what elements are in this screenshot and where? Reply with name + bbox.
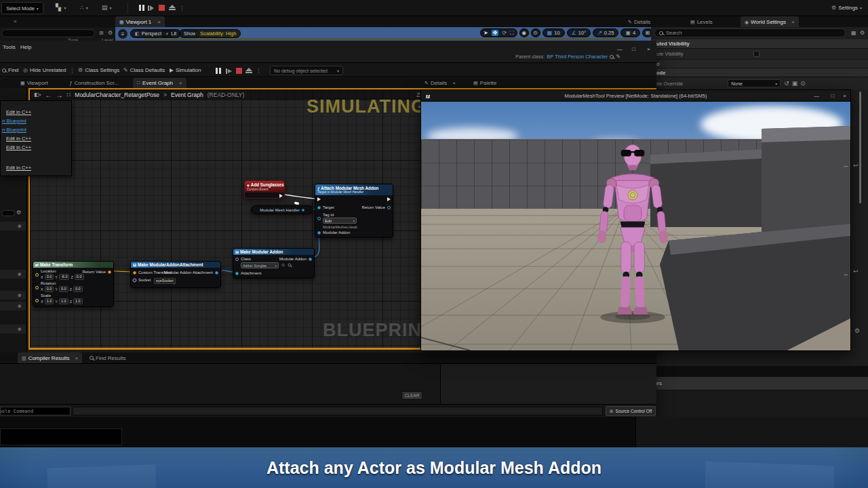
scale-tool-icon[interactable]: ⛶ (510, 30, 514, 36)
resume-button[interactable] (226, 68, 232, 74)
my-blueprint-search[interactable] (1, 210, 15, 216)
tag-id-pin[interactable] (317, 217, 321, 220)
browse-icon[interactable] (288, 264, 292, 267)
location-pin[interactable] (35, 273, 39, 277)
modular-addon-pin[interactable] (317, 231, 321, 235)
custom-transform-pin[interactable] (133, 271, 136, 274)
clear-button[interactable]: CLEAR (401, 391, 422, 400)
tab-viewport-1[interactable]: ▦ Viewport 1 × (115, 16, 165, 27)
dock-arrow-icon[interactable]: ↔ (843, 163, 848, 169)
select-tool-icon[interactable]: ➤ (484, 30, 488, 36)
parent-class-link[interactable]: BP Third Person Character (547, 54, 608, 60)
grid-snap-button[interactable]: ▦ 10 (542, 28, 565, 37)
scale-pin[interactable] (35, 299, 39, 302)
preview-title-bar[interactable]: u ModularMeshTool Preview [NetMode: Stan… (421, 90, 850, 102)
new-asset-icon[interactable]: ⊙ (800, 81, 806, 87)
tab-construction-script[interactable]: ƒ Construction Scr... (65, 78, 123, 88)
grid-view-icon[interactable]: ▦ (851, 30, 856, 36)
viewport-menu-icon[interactable]: ≡ (118, 29, 127, 39)
location-y[interactable]: -6.0 (59, 274, 69, 280)
node-modular-mesh-handler[interactable]: Modular Mesh Handler (251, 205, 313, 214)
close-icon[interactable]: × (791, 19, 795, 25)
close-icon[interactable]: × (14, 18, 17, 24)
tab-bp-viewport[interactable]: ▦ Viewport (16, 78, 52, 88)
rotation-pin[interactable] (35, 286, 39, 289)
scrollbar[interactable] (859, 92, 861, 203)
rotation-x[interactable]: 0.0 (45, 286, 54, 292)
more-options-icon[interactable]: ⋮ (69, 67, 75, 74)
reset-icon[interactable]: ↩ (853, 163, 859, 169)
close-icon[interactable]: × (75, 355, 79, 361)
rotation-snap-button[interactable]: ∠ 10° (567, 28, 591, 37)
settings-button[interactable]: ⚙ Settings ▾ (831, 5, 862, 11)
playback-options-icon[interactable]: ⋮ (179, 5, 185, 12)
gear-icon[interactable]: ⚙ (854, 328, 860, 334)
add-icon[interactable]: ⊕ (18, 304, 22, 308)
menu-help[interactable]: Help (20, 44, 31, 50)
eject-button[interactable] (169, 5, 176, 10)
close-icon[interactable]: × (452, 80, 456, 86)
world-settings-search[interactable]: Search (654, 28, 846, 37)
section-game-mode[interactable]: ode (651, 68, 868, 77)
add-icon[interactable]: ⊕ (18, 293, 22, 298)
target-pin[interactable] (317, 206, 321, 209)
world-coordinate-icon[interactable]: ◉ (519, 28, 529, 37)
tab-event-graph[interactable]: ∷ Event Graph × (133, 78, 186, 88)
scale-snap-button[interactable]: ↗ 0.25 (593, 28, 618, 37)
node-make-transform[interactable]: ⇄ Make Transform Return Value Location X… (33, 261, 114, 307)
close-icon[interactable]: × (179, 80, 182, 86)
tag-id-dropdown[interactable]: Edit ▾ (323, 218, 357, 224)
reset-icon[interactable]: ↩ (853, 268, 859, 274)
section-precomputed-visibility[interactable]: uted Visibility (651, 39, 868, 49)
surface-snap-icon[interactable]: ⊙ (531, 28, 540, 37)
minimize-button[interactable]: — (814, 93, 819, 99)
category-row[interactable]: ⊕ (0, 291, 26, 300)
edit-in-cpp-link[interactable]: Edit in C++ (6, 109, 31, 115)
debug-object-dropdown[interactable]: No debug object selected ▾ (270, 66, 343, 75)
close-icon[interactable]: × (157, 19, 161, 25)
search-icon[interactable] (610, 55, 614, 59)
add-actor-button[interactable]: ▚ + ▾ (56, 4, 66, 11)
add-icon[interactable]: ⊕ (18, 272, 22, 277)
stop-button[interactable] (236, 68, 242, 74)
category-row[interactable]: ⊕ (0, 325, 26, 333)
tab-bp-details[interactable]: ✎ Details × (420, 78, 460, 88)
gear-icon[interactable]: ⚙ (860, 30, 865, 36)
edit-in-cpp-link[interactable]: Edit in C++ (6, 165, 31, 171)
edit-icon[interactable]: ✎ (616, 54, 620, 60)
category-row[interactable]: ⊕ (0, 222, 26, 230)
playback-options-icon[interactable]: ⋮ (256, 67, 262, 74)
layers-panel-header[interactable]: Layers (656, 377, 868, 390)
lit-dropdown[interactable]: ◐ Lit (161, 29, 181, 38)
class-pin[interactable] (235, 258, 239, 261)
eject-button[interactable] (245, 68, 252, 73)
rotate-tool-icon[interactable]: ⟳ (502, 30, 507, 36)
blueprint-link[interactable]: n Blueprint (2, 127, 26, 133)
gamemode-override-dropdown[interactable]: None ▾ (728, 79, 781, 87)
cinematics-button[interactable]: ▤ ▾ (102, 5, 112, 11)
camera-speed-button[interactable]: ▣ 4 (620, 28, 640, 37)
select-mode-dropdown[interactable]: Select Mode ▾ (1, 2, 43, 14)
use-selected-icon[interactable]: ↺ (784, 81, 789, 87)
outliner-search-input[interactable] (1, 29, 95, 37)
scale-y[interactable]: 1.0 (59, 298, 68, 304)
simulation-button[interactable]: Simulation (170, 67, 201, 73)
exec-out-pin[interactable] (387, 197, 391, 201)
socket-value[interactable]: eyeSocket (154, 278, 176, 284)
pause-button[interactable] (139, 5, 144, 11)
tab-levels[interactable]: ▤ Levels (686, 16, 717, 27)
scalability-button[interactable]: Scalability: High (195, 29, 241, 38)
edit-in-cpp-link[interactable]: Edit in C++ (6, 136, 31, 142)
visibility-checkbox[interactable] (753, 51, 760, 57)
gear-icon[interactable]: ⚙ (16, 210, 21, 216)
attachment-pin[interactable] (235, 272, 239, 275)
close-button[interactable]: × (647, 46, 650, 52)
minimize-button[interactable]: — (617, 46, 623, 52)
source-control-button[interactable]: ⊘ Source Control Off (606, 406, 656, 416)
category-row[interactable]: ⊕ (0, 270, 26, 279)
scale-z[interactable]: 1.0 (73, 298, 83, 304)
attachment-out-pin[interactable] (215, 271, 218, 274)
browse-icon[interactable]: ▣ (792, 81, 798, 87)
modular-addon-out-pin[interactable] (309, 258, 312, 261)
hide-unrelated-button[interactable]: ◎ Hide Unrelated (23, 67, 66, 73)
